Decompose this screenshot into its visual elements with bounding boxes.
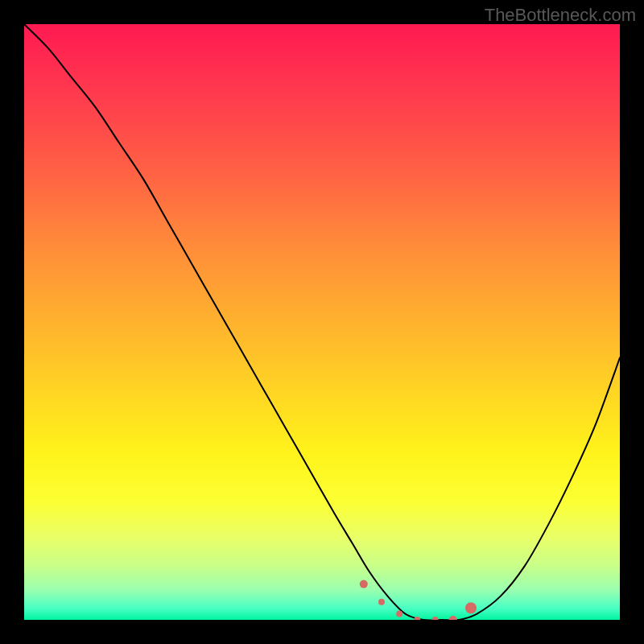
valley-marker <box>465 602 477 613</box>
curve-layer <box>24 24 620 620</box>
valley-markers <box>360 580 477 620</box>
valley-marker <box>432 617 439 620</box>
valley-marker <box>360 580 368 588</box>
bottleneck-curve <box>24 24 620 620</box>
valley-marker <box>414 617 420 620</box>
watermark-text: TheBottleneck.com <box>485 5 636 26</box>
chart-frame: TheBottleneck.com <box>0 0 644 644</box>
plot-area <box>24 24 620 620</box>
valley-marker <box>449 616 457 620</box>
valley-marker <box>396 611 402 617</box>
valley-marker <box>378 599 385 605</box>
